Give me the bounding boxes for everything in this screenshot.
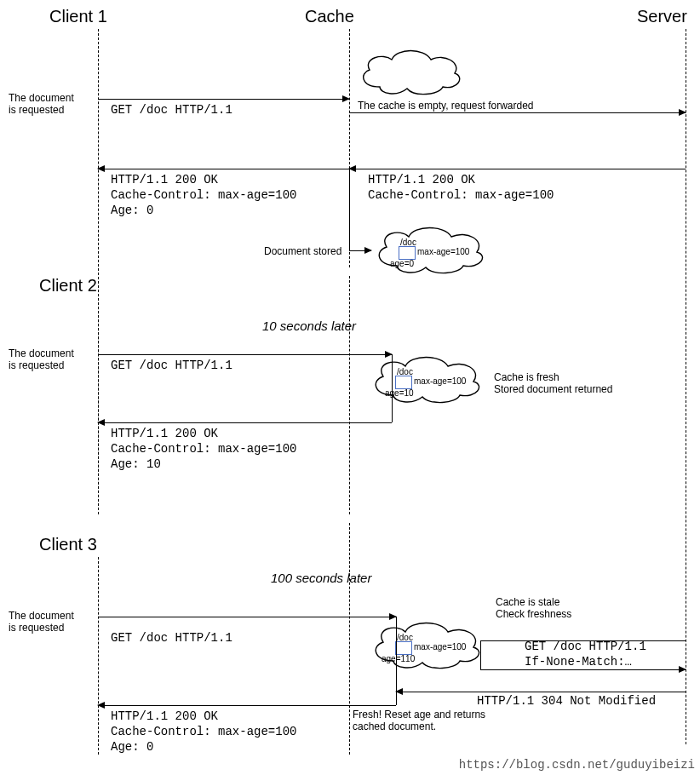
note-fresh-reset: Fresh! Reset age and returns cached docu… [353,709,485,732]
note-doc-requested-3: The document is requested [9,610,74,634]
actor-client2: Client 2 [39,276,97,296]
lifeline-cache-2 [349,276,350,514]
arrow-c3-cache-req [98,617,396,617]
arrow-cache-server-req [349,112,686,113]
v-c2-down [392,354,393,422]
lifeline-client3 [98,557,99,755]
lifeline-server [686,29,686,744]
lifeline-cache-3 [349,523,350,755]
arrow-cache-c3-resp [98,705,396,706]
note-doc-stored: Document stored [264,245,341,257]
note-doc-requested-1: The document is requested [9,92,74,116]
msg-resp-c3: HTTP/1.1 200 OK Cache-Control: max-age=1… [111,709,296,755]
doc-path-1: /doc [400,237,416,249]
msg-getdoc-1: GET /doc HTTP/1.1 [111,102,232,118]
arrow-server-cache-resp [349,169,686,169]
note-100s: 100 seconds later [271,572,371,584]
actor-cache: Cache [305,7,354,26]
msg-resp-c2: HTTP/1.1 200 OK Cache-Control: max-age=1… [111,426,296,472]
actor-client1: Client 1 [49,7,107,26]
doc-age-110: age=110 [382,653,415,665]
note-cache-empty: The cache is empty, request forwarded [358,100,534,112]
lifeline-client2 [98,298,99,514]
doc-path-3: /doc [397,632,413,644]
actor-client3: Client 3 [39,535,97,554]
doc-maxage-3: max-age=100 [414,641,466,653]
v-cache-store [349,169,350,250]
arrow-cache-server-cond [480,669,686,670]
msg-resp-server-1: HTTP/1.1 200 OK Cache-Control: max-age=1… [368,172,554,203]
msg-resp-c1: HTTP/1.1 200 OK Cache-Control: max-age=1… [111,172,296,218]
arrow-c2-cache-req [98,354,392,355]
arrow-c1-cache-req [98,99,349,100]
watermark: https://blog.csdn.net/guduyibeizi [459,758,695,772]
doc-age-10: age=10 [385,388,414,399]
msg-304: HTTP/1.1 304 Not Modified [477,693,656,709]
msg-getdoc-3: GET /doc HTTP/1.1 [111,630,232,646]
doc-path-2: /doc [397,366,413,378]
note-10s: 10 seconds later [262,320,356,332]
actor-server: Server [637,7,687,26]
msg-getdoc-ifnone: GET /doc HTTP/1.1 If-None-Match:… [525,639,646,669]
cache-cloud-empty [354,49,465,97]
arrow-cache-store [349,250,371,251]
note-doc-requested-2: The document is requested [9,347,74,371]
doc-age-0: age=0 [390,258,414,270]
arrow-cache-c2-resp [98,422,392,423]
v-cond-up [480,640,481,669]
arrow-cache-c1-resp [98,169,349,169]
arrow-server-304 [396,692,686,692]
note-cache-stale: Cache is stale Check freshness [496,596,571,620]
doc-maxage-1: max-age=100 [417,246,469,258]
msg-getdoc-2: GET /doc HTTP/1.1 [111,358,232,373]
doc-maxage-2: max-age=100 [414,376,466,388]
note-cache-fresh: Cache is fresh Stored document returned [494,371,612,395]
